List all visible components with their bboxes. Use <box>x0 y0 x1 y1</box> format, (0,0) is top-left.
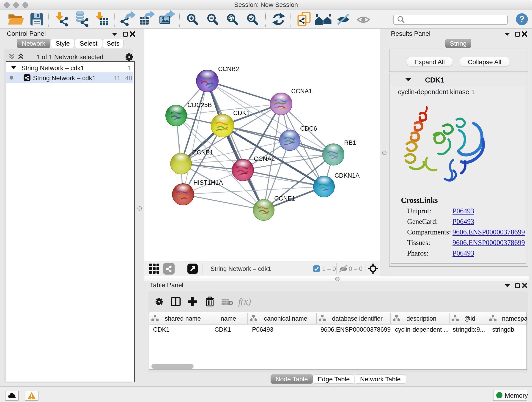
svg-text:canonical name: canonical name <box>264 315 307 322</box>
svg-text:CDKN1A: CDKN1A <box>335 172 360 179</box>
svg-text:CDC6: CDC6 <box>300 125 317 132</box>
svg-text:database identifier: database identifier <box>332 315 383 322</box>
svg-text:HIST1H1A: HIST1H1A <box>193 179 223 186</box>
svg-text:P06493: P06493 <box>252 326 273 333</box>
svg-text:shared name: shared name <box>165 315 201 322</box>
svg-text:namespace: namespace <box>502 315 527 322</box>
svg-text:CDK1: CDK1 <box>153 326 170 333</box>
svg-text:cyclin-dependent ...: cyclin-dependent ... <box>395 326 449 333</box>
svg-text:CDK1: CDK1 <box>233 109 250 116</box>
svg-text:CDK1: CDK1 <box>215 326 231 333</box>
svg-text:CCNE1: CCNE1 <box>274 195 295 202</box>
svg-text:stringdb: stringdb <box>492 326 514 333</box>
svg-text:RB1: RB1 <box>344 139 356 146</box>
svg-text:9606.ENSP00000378699: 9606.ENSP00000378699 <box>321 326 391 333</box>
svg-text:CCNB2: CCNB2 <box>218 65 239 72</box>
svg-text:CCNB1: CCNB1 <box>192 149 213 156</box>
svg-text:description: description <box>406 315 437 322</box>
svg-text:name: name <box>221 315 236 322</box>
svg-text:@id: @id <box>464 315 475 322</box>
svg-text:stringdb:9...: stringdb:9... <box>453 326 485 333</box>
svg-text:CDC25B: CDC25B <box>187 102 212 108</box>
svg-text:CCNA1: CCNA1 <box>291 88 312 95</box>
svg-text:CCNA2: CCNA2 <box>254 155 275 162</box>
